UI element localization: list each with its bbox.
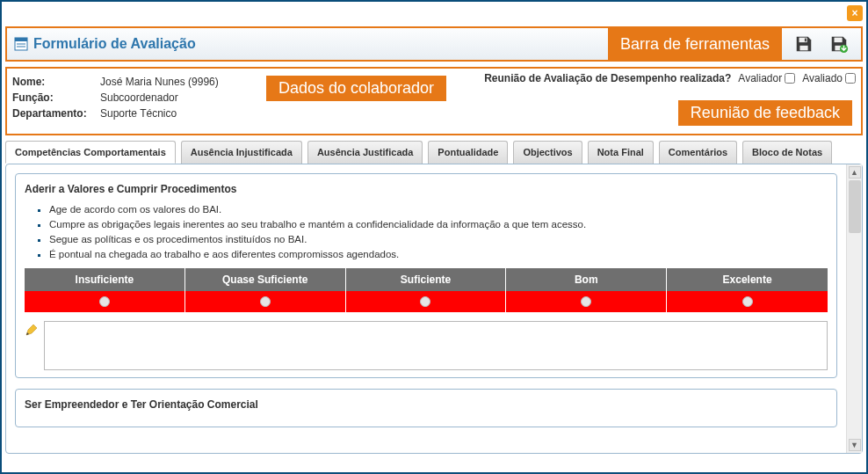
tabs-row: Competências Comportamentais Ausência In…	[5, 141, 863, 164]
page-title: Formulário de Avaliação	[33, 36, 196, 52]
evaluated-label: Avaliado	[802, 72, 843, 84]
rating-col-insuficiente: Insuficiente	[25, 268, 185, 312]
function-label: Função:	[12, 91, 100, 104]
annotation-toolbar-label: Barra de ferramentas	[608, 28, 782, 60]
rating-head: Bom	[506, 268, 667, 291]
save-button[interactable]	[794, 34, 814, 54]
rating-col-quase-suficiente: Quase Suficiente	[185, 268, 346, 312]
tab-ausencia-injustificada[interactable]: Ausência Injustificada	[181, 141, 302, 164]
scroll-thumb[interactable]	[849, 180, 861, 233]
scrollbar[interactable]: ▲ ▼	[846, 164, 862, 453]
evaluator-checkbox-label: Avaliador	[738, 72, 795, 84]
pencil-icon	[25, 323, 39, 337]
tab-nota-final[interactable]: Nota Final	[588, 141, 654, 164]
function-value: Subcoordenador	[100, 91, 178, 104]
rating-cell	[25, 291, 185, 312]
content-scroll: Aderir a Valores e Cumprir Procedimentos…	[6, 164, 846, 453]
rating-head: Suficiente	[346, 268, 507, 291]
scroll-up-button[interactable]: ▲	[849, 166, 861, 179]
form-icon	[14, 37, 28, 51]
tab-objectivos[interactable]: Objectivos	[513, 141, 582, 164]
svg-rect-1	[15, 38, 27, 41]
comment-row	[25, 321, 828, 370]
rating-radio-quase-suficiente[interactable]	[260, 296, 271, 307]
svg-rect-6	[805, 39, 807, 42]
rating-col-bom: Bom	[506, 268, 667, 312]
toolbar	[782, 28, 861, 60]
svg-rect-5	[799, 46, 807, 51]
annotation-collaborator: Dados do colaborador	[266, 76, 446, 101]
competency-block-2: Ser Empreendedor e Ter Orientação Comerc…	[15, 389, 837, 427]
save-and-submit-button[interactable]	[829, 34, 849, 54]
meeting-area: Reunião de Avaliação de Desempenho reali…	[484, 72, 856, 84]
list-item: É pontual na chegada ao trabalho e aos d…	[49, 249, 828, 259]
competency-title-1: Aderir a Valores e Cumprir Procedimentos	[25, 183, 828, 195]
evaluated-checkbox-label: Avaliado	[802, 72, 856, 84]
evaluator-label: Avaliador	[738, 72, 782, 84]
rating-cell	[185, 291, 346, 312]
tab-ausencia-justificada[interactable]: Ausência Justificada	[307, 141, 423, 164]
rating-cell	[667, 291, 828, 312]
rating-col-excelente: Excelente	[667, 268, 828, 312]
close-button[interactable]: ×	[847, 5, 863, 21]
employee-info-panel: Nome: José Maria Nunes (9996) Função: Su…	[5, 67, 863, 135]
rating-radio-excelente[interactable]	[742, 296, 753, 307]
list-item: Cumpre as obrigações legais inerentes ao…	[49, 219, 828, 230]
rating-head: Insuficiente	[25, 268, 185, 291]
content-area: Aderir a Valores e Cumprir Procedimentos…	[5, 164, 863, 454]
rating-radio-suficiente[interactable]	[420, 296, 430, 307]
list-item: Age de acordo com os valores do BAI.	[49, 204, 828, 215]
rating-head: Quase Suficiente	[185, 268, 346, 291]
department-label: Departamento:	[12, 107, 100, 120]
title-left: Formulário de Avaliação	[7, 28, 608, 60]
rating-head: Excelente	[667, 268, 828, 291]
competency-block-1: Aderir a Valores e Cumprir Procedimentos…	[15, 173, 837, 378]
rating-cell	[346, 291, 507, 312]
tab-comentarios[interactable]: Comentários	[659, 141, 737, 164]
scroll-down-button[interactable]: ▼	[849, 439, 861, 451]
competency-bullets-1: Age de acordo com os valores do BAI. Cum…	[25, 204, 828, 259]
rating-cell	[506, 291, 667, 312]
name-label: Nome:	[12, 76, 100, 88]
svg-rect-7	[835, 38, 843, 43]
annotation-feedback: Reunião de feedback	[678, 100, 852, 126]
name-value: José Maria Nunes (9996)	[100, 76, 219, 88]
list-item: Segue as políticas e os procedimentos in…	[49, 234, 828, 244]
window-topbar: ×	[2, 2, 866, 25]
tab-competencias[interactable]: Competências Comportamentais	[5, 141, 176, 164]
tab-pontualidade[interactable]: Pontualidade	[428, 141, 508, 164]
meeting-question: Reunião de Avaliação de Desempenho reali…	[484, 72, 731, 84]
rating-table: Insuficiente Quase Suficiente Suficiente	[25, 268, 828, 312]
close-icon: ×	[851, 7, 857, 19]
rating-radio-insuficiente[interactable]	[99, 296, 110, 307]
rating-radio-bom[interactable]	[581, 296, 591, 307]
tab-bloco-notas[interactable]: Bloco de Notas	[742, 141, 832, 164]
competency-title-2: Ser Empreendedor e Ter Orientação Comerc…	[25, 398, 828, 411]
title-bar: Formulário de Avaliação Barra de ferrame…	[5, 26, 863, 62]
department-value: Suporte Técnico	[100, 107, 177, 120]
evaluated-checkbox[interactable]	[845, 73, 856, 84]
scroll-track[interactable]	[849, 180, 861, 437]
app-window: × Formulário de Avaliação Barra de ferra…	[0, 0, 868, 474]
rating-col-suficiente: Suficiente	[346, 268, 507, 312]
evaluator-checkbox[interactable]	[785, 73, 795, 84]
comment-textarea[interactable]	[44, 321, 828, 370]
